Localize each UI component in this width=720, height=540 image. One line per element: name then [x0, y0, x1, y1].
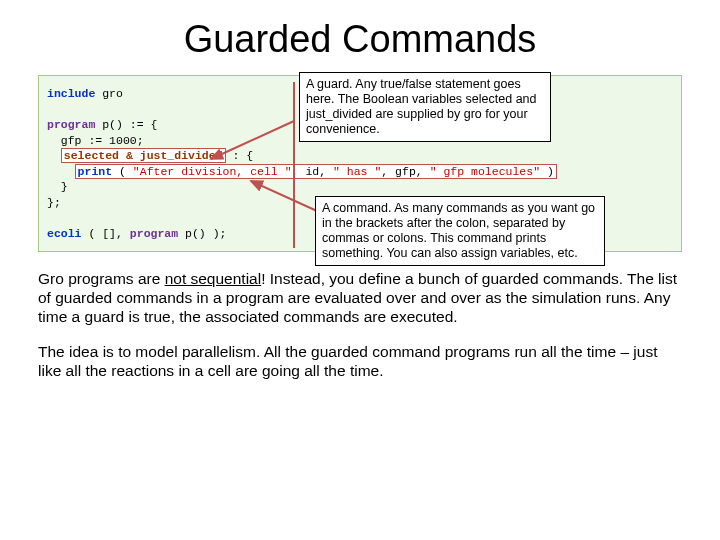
guard-highlight: selected & just_divided — [61, 148, 226, 163]
code-line: print ( "After division, cell ", id, " h… — [47, 164, 673, 180]
body-paragraph-2: The idea is to model parallelism. All th… — [38, 343, 682, 381]
body-paragraph-1: Gro programs are not sequential! Instead… — [38, 270, 682, 327]
page-title: Guarded Commands — [38, 18, 682, 61]
code-line: selected & just_divided : { — [47, 148, 673, 164]
code-block: A guard. Any true/false statement goes h… — [38, 75, 682, 252]
code-line: } — [47, 179, 673, 195]
callout-guard: A guard. Any true/false statement goes h… — [299, 72, 551, 142]
callout-command: A command. As many commands as you want … — [315, 196, 605, 266]
underlined-phrase: not sequential — [165, 270, 262, 287]
command-highlight: print ( "After division, cell ", id, " h… — [75, 164, 557, 179]
